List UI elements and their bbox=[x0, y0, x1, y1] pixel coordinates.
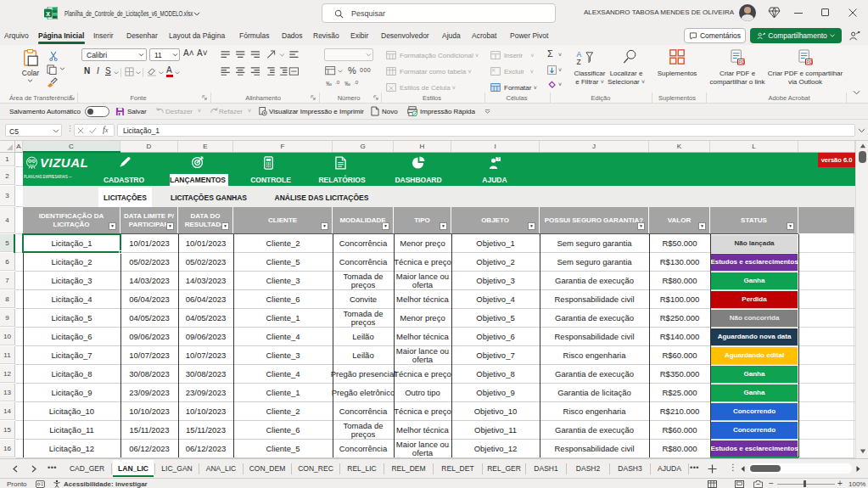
svg-text:x: x bbox=[46, 9, 50, 18]
svg-text:A: A bbox=[577, 50, 582, 59]
svg-text:‰: ‰ bbox=[326, 81, 332, 87]
svg-text:PDF: PDF bbox=[738, 59, 745, 65]
svg-text:.0: .0 bbox=[354, 80, 359, 85]
svg-text:.0: .0 bbox=[335, 80, 340, 85]
svg-text:PDF: PDF bbox=[806, 59, 813, 65]
svg-text:‰: ‰ bbox=[344, 81, 350, 87]
svg-text:?: ? bbox=[497, 157, 500, 161]
svg-text:Z: Z bbox=[577, 58, 581, 65]
